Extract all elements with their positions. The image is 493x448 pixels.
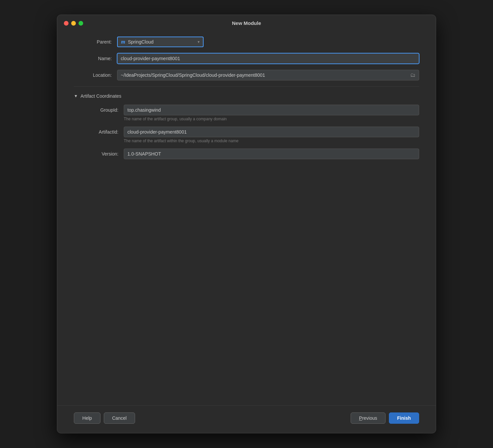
- module-icon: m: [121, 39, 125, 45]
- location-label: Location:: [74, 72, 117, 78]
- traffic-lights: [64, 21, 83, 26]
- group-id-input[interactable]: [124, 105, 419, 115]
- artifact-id-label: ArtifactId:: [81, 129, 124, 135]
- help-button[interactable]: Help: [74, 412, 100, 424]
- location-wrapper: 🗂: [117, 70, 419, 80]
- version-label: Version:: [81, 151, 124, 157]
- name-row: Name:: [74, 53, 419, 64]
- parent-row: Parent: m SpringCloud ▾: [74, 37, 419, 47]
- location-input[interactable]: [117, 70, 407, 80]
- artifact-id-hint: The name of the artifact within the grou…: [124, 139, 419, 143]
- footer: Help Cancel Previous Finish: [57, 405, 436, 433]
- finish-button[interactable]: Finish: [389, 412, 419, 424]
- group-id-input-row: GroupId:: [81, 105, 419, 115]
- dialog-title: New Module: [232, 20, 261, 26]
- previous-underline: Previous: [359, 415, 377, 421]
- location-row: Location: 🗂: [74, 70, 419, 80]
- artifact-id-input[interactable]: [124, 127, 419, 137]
- version-input-row: Version:: [81, 149, 419, 159]
- new-module-dialog: New Module Parent: m SpringCloud ▾ Name:…: [57, 15, 436, 433]
- group-id-label: GroupId:: [81, 107, 124, 113]
- parent-label: Parent:: [74, 39, 117, 45]
- title-bar: New Module: [57, 15, 436, 30]
- name-input[interactable]: [117, 53, 419, 64]
- artifact-form: GroupId: The name of the artifact group,…: [74, 105, 419, 159]
- minimize-button[interactable]: [71, 21, 76, 26]
- parent-select[interactable]: m SpringCloud ▾: [117, 37, 204, 47]
- parent-value: SpringCloud: [128, 39, 195, 45]
- section-toggle-icon[interactable]: ▼: [74, 94, 78, 98]
- maximize-button[interactable]: [79, 21, 83, 26]
- content-area: Parent: m SpringCloud ▾ Name: Location: …: [57, 30, 436, 405]
- artifact-coordinates-section-header: ▼ Artifact Coordinates: [74, 93, 419, 99]
- group-id-hint: The name of the artifact group, usually …: [124, 117, 419, 121]
- group-id-row: GroupId: The name of the artifact group,…: [81, 105, 419, 121]
- section-title: Artifact Coordinates: [81, 93, 121, 99]
- version-row: Version:: [81, 149, 419, 159]
- folder-browse-icon[interactable]: 🗂: [407, 70, 419, 80]
- artifact-id-input-row: ArtifactId:: [81, 127, 419, 137]
- footer-right: Previous Finish: [351, 412, 419, 424]
- cancel-button[interactable]: Cancel: [104, 412, 135, 424]
- dropdown-arrow-icon: ▾: [198, 40, 200, 44]
- version-input[interactable]: [124, 149, 419, 159]
- artifact-id-row: ArtifactId: The name of the artifact wit…: [81, 127, 419, 143]
- footer-left: Help Cancel: [74, 412, 135, 424]
- name-label: Name:: [74, 56, 117, 61]
- previous-button[interactable]: Previous: [351, 412, 385, 424]
- divider: [74, 86, 419, 87]
- close-button[interactable]: [64, 21, 69, 26]
